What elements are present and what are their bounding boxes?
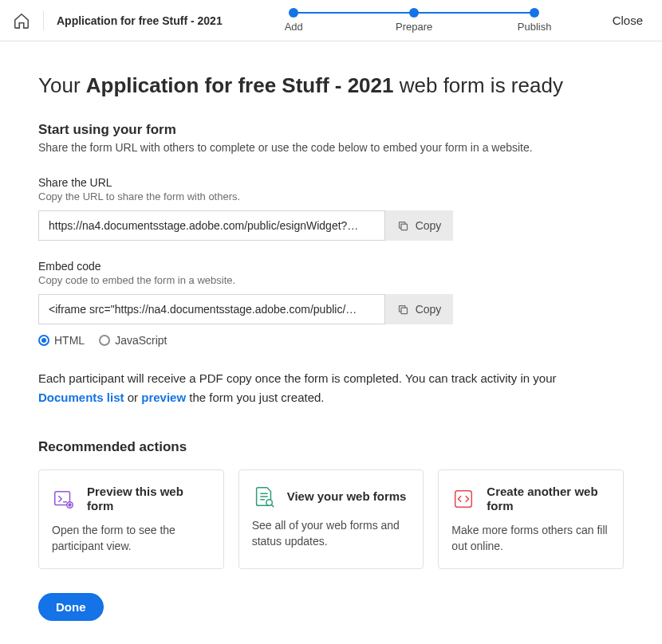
card-view[interactable]: View your web forms See all of your web … [238, 469, 424, 569]
copy-icon [397, 220, 409, 232]
documents-list-link[interactable]: Documents list [38, 391, 124, 404]
document-icon [252, 485, 276, 509]
card-desc: Open the form to see the participant vie… [52, 523, 211, 554]
topbar-title: Application for free Stuff - 2021 [57, 14, 223, 27]
svg-point-4 [69, 504, 71, 506]
home-icon[interactable] [13, 12, 30, 29]
copy-icon [397, 304, 409, 316]
radio-html[interactable]: HTML [38, 334, 85, 347]
card-preview[interactable]: Preview this web form Open the form to s… [38, 469, 224, 569]
embed-sub: Copy code to embed the form in a website… [38, 274, 624, 286]
info-text: Each participant will receive a PDF copy… [38, 369, 624, 407]
preview-link[interactable]: preview [141, 391, 186, 404]
code-icon [451, 487, 475, 511]
start-heading: Start using your form [38, 122, 624, 138]
card-title: Preview this web form [87, 485, 211, 513]
close-button[interactable]: Close [606, 14, 649, 27]
share-url-input[interactable]: https://na4.documentsstage.adobe.com/pub… [38, 210, 385, 241]
progress-stepper: Add Prepare Publish [234, 8, 595, 33]
share-url-label: Share the URL [38, 176, 624, 189]
embed-label: Embed code [38, 260, 624, 273]
card-desc: See all of your web forms and status upd… [252, 518, 411, 549]
card-title: Create another web form [487, 485, 610, 513]
preview-icon [52, 487, 76, 511]
card-create[interactable]: Create another web form Make more forms … [438, 469, 624, 569]
embed-input[interactable]: <iframe src="https://na4.documentsstage.… [38, 294, 385, 324]
share-url-sub: Copy the URL to share the form with othe… [38, 190, 624, 202]
copy-url-button[interactable]: Copy [385, 210, 453, 241]
svg-rect-0 [401, 224, 408, 230]
card-title: View your web forms [287, 489, 407, 504]
card-desc: Make more forms others can fill out onli… [451, 523, 610, 554]
divider [43, 11, 44, 30]
radio-js[interactable]: JavaScript [99, 334, 167, 347]
svg-rect-1 [401, 308, 408, 314]
page-title: Your Application for free Stuff - 2021 w… [38, 73, 624, 98]
done-button[interactable]: Done [38, 593, 104, 621]
recommended-heading: Recommended actions [38, 439, 624, 455]
svg-point-5 [266, 500, 272, 506]
copy-embed-button[interactable]: Copy [385, 294, 453, 324]
start-sub: Share the form URL with others to comple… [38, 141, 624, 154]
